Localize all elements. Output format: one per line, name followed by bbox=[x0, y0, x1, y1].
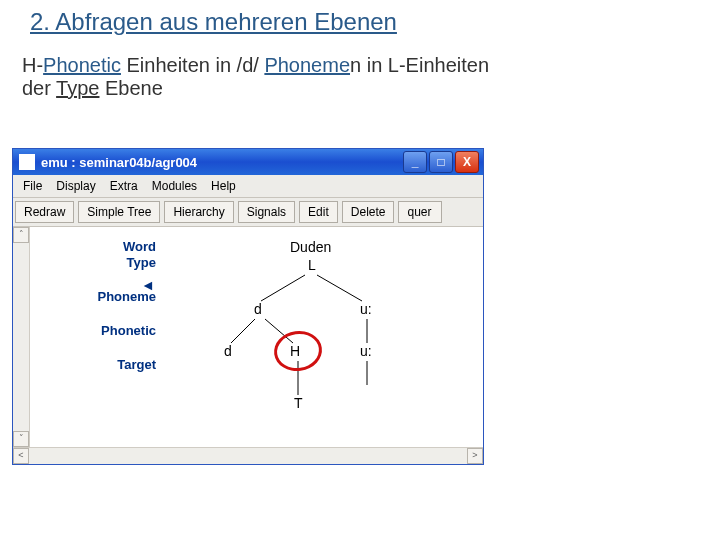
redraw-button[interactable]: Redraw bbox=[15, 201, 74, 223]
titlebar[interactable]: emu : seminar04b/agr004 _ □ X bbox=[13, 149, 483, 175]
toolbar: Redraw Simple Tree Hierarchy Signals Edi… bbox=[13, 198, 483, 227]
tier-word-type: WordType bbox=[36, 239, 156, 271]
menu-file[interactable]: File bbox=[23, 179, 42, 193]
node-phonetic-d[interactable]: d bbox=[224, 343, 232, 359]
menu-modules[interactable]: Modules bbox=[152, 179, 197, 193]
menu-extra[interactable]: Extra bbox=[110, 179, 138, 193]
svg-line-1 bbox=[317, 275, 362, 301]
tree-lines bbox=[162, 227, 483, 447]
app-icon bbox=[19, 154, 35, 170]
page-title: 2. Abfragen aus mehreren Ebenen bbox=[0, 0, 720, 44]
tier-target: Target bbox=[36, 357, 156, 373]
scroll-down-icon[interactable]: ˅ bbox=[13, 431, 29, 447]
window-title: emu : seminar04b/agr004 bbox=[41, 155, 403, 170]
minimize-button[interactable]: _ bbox=[403, 151, 427, 173]
svg-line-0 bbox=[261, 275, 305, 301]
hierarchy-button[interactable]: Hierarchy bbox=[164, 201, 233, 223]
vertical-scrollbar[interactable]: ˄ ˅ bbox=[13, 227, 30, 447]
delete-button[interactable]: Delete bbox=[342, 201, 395, 223]
menubar: File Display Extra Modules Help bbox=[13, 175, 483, 198]
app-window: emu : seminar04b/agr004 _ □ X File Displ… bbox=[12, 148, 484, 465]
scroll-left-icon[interactable]: < bbox=[13, 448, 29, 464]
node-phoneme-d[interactable]: d bbox=[254, 301, 262, 317]
edit-button[interactable]: Edit bbox=[299, 201, 338, 223]
tier-phonetic: Phonetic bbox=[36, 323, 156, 339]
query-button[interactable]: quer bbox=[398, 201, 442, 223]
close-button[interactable]: X bbox=[455, 151, 479, 173]
tier-phoneme: Phoneme bbox=[36, 289, 156, 305]
node-phonetic-u[interactable]: u: bbox=[360, 343, 372, 359]
menu-help[interactable]: Help bbox=[211, 179, 236, 193]
workarea: ˄ ˅ WordType Phoneme Phonetic Target ◄ D… bbox=[13, 227, 483, 447]
maximize-button[interactable]: □ bbox=[429, 151, 453, 173]
node-type-l[interactable]: L bbox=[308, 257, 316, 273]
tier-labels: WordType Phoneme Phonetic Target bbox=[30, 227, 162, 447]
marker-icon: ◄ bbox=[141, 277, 155, 293]
scroll-up-icon[interactable]: ˄ bbox=[13, 227, 29, 243]
node-phoneme-u[interactable]: u: bbox=[360, 301, 372, 317]
node-duden[interactable]: Duden bbox=[290, 239, 331, 255]
tree-graph: Duden L d u: d H u: T bbox=[162, 227, 483, 447]
signals-button[interactable]: Signals bbox=[238, 201, 295, 223]
node-target-t[interactable]: T bbox=[294, 395, 303, 411]
scroll-right-icon[interactable]: > bbox=[467, 448, 483, 464]
svg-line-2 bbox=[231, 319, 255, 343]
menu-display[interactable]: Display bbox=[56, 179, 95, 193]
simple-tree-button[interactable]: Simple Tree bbox=[78, 201, 160, 223]
slide-text: H-Phonetic Einheiten in /d/ Phonemen in … bbox=[0, 44, 720, 106]
horizontal-scrollbar[interactable]: < > bbox=[13, 447, 483, 464]
